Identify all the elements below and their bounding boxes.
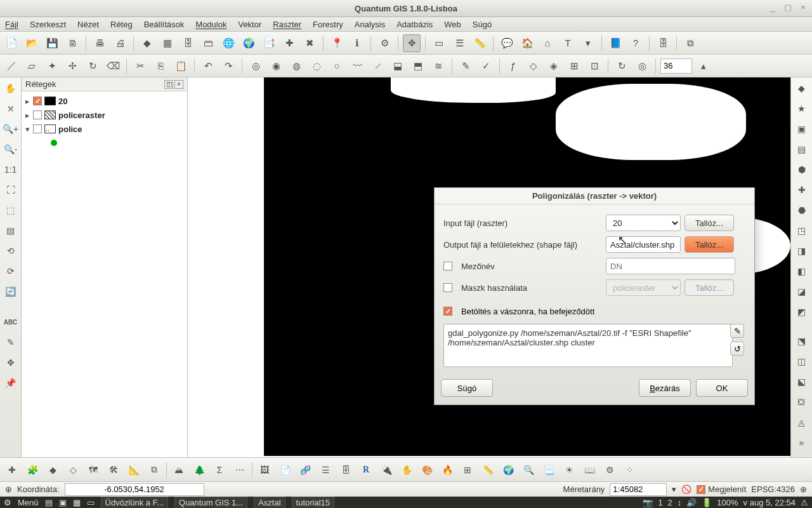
bt-sigma-icon[interactable]: Σ [211,462,228,478]
r-tool-6-icon[interactable]: ✚ [794,182,810,198]
pan-icon[interactable]: ✥ [403,34,421,52]
help-button[interactable]: Súgó [441,379,493,397]
remove-layer-icon[interactable]: ✖ [301,34,318,52]
save-icon[interactable]: 💾 [43,34,61,52]
r-tool-17-icon[interactable]: ◬ [794,414,810,431]
toggle-edit-icon[interactable]: ✎ [457,57,475,75]
cut-icon[interactable]: ✂ [131,57,149,75]
add-raster-icon[interactable]: ▦ [159,34,176,52]
bt-2-icon[interactable]: 🧩 [24,462,41,478]
add-wms-icon[interactable]: 🌐 [219,34,237,52]
r-tool-16-icon[interactable]: ⛋ [794,394,810,410]
layer-name[interactable]: police [58,124,82,134]
bt-hand-icon[interactable]: ✋ [398,462,415,478]
bt-stack-icon[interactable]: ☰ [317,462,334,478]
layer-checkbox[interactable] [33,124,42,133]
bt-heat-icon[interactable]: 🔥 [439,462,455,478]
save-as-icon[interactable]: 🗎 [63,34,81,52]
decor-icon[interactable]: ◈ [545,57,563,75]
menu-settings[interactable]: Beállítások [144,20,185,29]
quicklaunch-term2-icon[interactable]: ▦ [73,498,81,507]
menu-help[interactable]: Súgó [473,20,492,29]
bt-pass-icon[interactable]: ⋯ [232,462,248,478]
new-project-icon[interactable]: 📄 [3,34,20,52]
split-icon[interactable]: ⟋ [369,57,386,75]
quicklaunch-term-icon[interactable]: ▣ [59,498,67,507]
grid-icon[interactable]: ⊞ [565,57,583,75]
menu-edit[interactable]: Szerkeszt [30,20,66,29]
zoom-next-icon[interactable]: ⟳ [3,263,19,279]
bt-4-icon[interactable]: ◇ [65,462,81,478]
undo-icon[interactable]: ↶ [199,57,217,75]
move-feature-icon[interactable]: ✢ [63,57,81,75]
calc-attr-icon[interactable]: ƒ [504,57,522,75]
bt-db-icon[interactable]: 🗄 [337,462,354,478]
scale-dropdown-icon[interactable]: ▾ [672,485,676,494]
r-tool-11-icon[interactable]: ◪ [794,283,810,300]
offset-icon[interactable]: ≋ [429,57,447,75]
addcanvas-checkbox[interactable]: ✓ [443,307,452,316]
bt-8-icon[interactable]: ⧉ [146,462,162,478]
layer-checkbox[interactable] [33,110,42,119]
output-file-input[interactable] [606,236,681,253]
bt-grass-icon[interactable]: ⛰ [171,462,187,478]
label-move-icon[interactable]: ✥ [3,354,19,371]
bt-grid2-icon[interactable]: ⊞ [459,462,476,478]
layer-name[interactable]: policeraster [58,110,105,120]
bt-r-icon[interactable]: R [358,462,374,478]
camera-tray-icon[interactable]: 📷 [643,498,653,507]
network-tray-icon[interactable]: ↕ [678,498,682,507]
zoom-last-icon[interactable]: ⟲ [3,243,19,259]
r-tool-1-icon[interactable]: ◆ [794,80,810,97]
settings-icon[interactable]: ⚙ [376,34,393,52]
bt-scatter-icon[interactable]: ⁘ [622,462,638,478]
panel-close-icon[interactable]: × [174,80,183,89]
select-icon[interactable]: ▭ [430,34,448,52]
zoom-in-icon[interactable]: 🔍+ [3,121,19,137]
maximize-icon[interactable]: ▢ [783,3,793,13]
identify-icon[interactable]: ℹ [348,34,366,52]
menu-analysis[interactable]: Analysis [355,20,385,29]
mask-checkbox[interactable] [443,283,452,292]
menu-view[interactable]: Nézet [77,20,99,29]
menu-raster[interactable]: Raszter [273,20,301,29]
start-menu-label[interactable]: Menü [18,498,39,507]
bt-plug-icon[interactable]: 🔌 [378,462,395,478]
browse-input-button[interactable]: Tallóz... [684,215,734,231]
bt-forest-icon[interactable]: 🌲 [191,462,207,478]
redo-icon[interactable]: ↷ [219,57,237,75]
text-annotation-icon[interactable]: T [559,34,577,52]
coord-value[interactable] [65,483,204,496]
bt-color-icon[interactable]: 🎨 [419,462,435,478]
crs-icon[interactable]: ⊕ [800,485,807,494]
expand-icon[interactable]: ▾ [24,124,30,134]
target-icon[interactable]: ◎ [633,57,651,75]
ogr-icon[interactable]: ⧉ [681,34,699,52]
draw-line-icon[interactable]: ／ [3,57,20,75]
db-manager-icon[interactable]: 🗄 [654,34,672,52]
save-edit-icon[interactable]: ✓ [477,57,495,75]
r-tool-8-icon[interactable]: ◳ [794,222,810,239]
bt-1-icon[interactable]: ✚ [4,462,20,478]
node-tool-icon[interactable]: ✦ [43,57,61,75]
bt-globe-icon[interactable]: 🌍 [500,462,516,478]
refresh-icon[interactable]: ↻ [613,57,631,75]
label-abc-icon[interactable]: ABC [3,314,19,330]
input-file-combo[interactable]: 20 [606,215,681,231]
start-menu-icon[interactable]: ⚙ [4,498,11,507]
bt-xml-icon[interactable]: 📄 [277,462,293,478]
volume-tray-icon[interactable]: 🔊 [686,498,697,507]
snap-icon[interactable]: ◇ [525,57,542,75]
task-asztal[interactable]: Asztal [254,497,285,509]
r-tool-10-icon[interactable]: ◧ [794,263,810,279]
delete-icon[interactable]: ⌫ [104,57,122,75]
rotate-icon[interactable]: ↻ [84,57,102,75]
ok-button[interactable]: OK [696,379,748,397]
quicklaunch-desktop-icon[interactable]: ▭ [87,498,95,507]
desk-2[interactable]: 2 [668,498,672,507]
reshape-icon[interactable]: 〰 [348,57,366,75]
expand-icon[interactable]: ▸ [24,97,30,106]
add-wfs-icon[interactable]: 🌍 [240,34,258,52]
bt-pict-icon[interactable]: 🖼 [256,462,273,478]
menu-plugins[interactable]: Modulok [195,20,226,29]
